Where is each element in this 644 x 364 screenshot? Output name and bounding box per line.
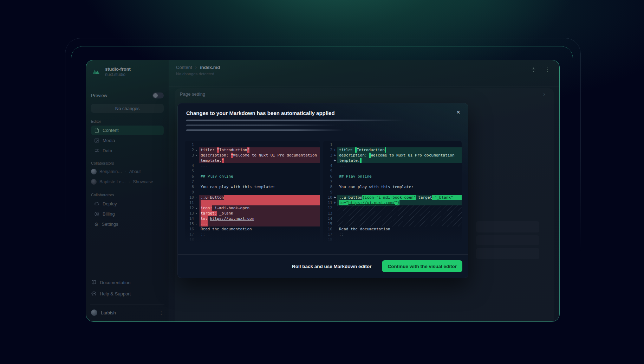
line-number: 8 (323, 184, 332, 190)
code-line: template." (199, 158, 320, 163)
diff-marker (194, 179, 199, 184)
file-text-icon (94, 128, 99, 133)
code-line (199, 179, 320, 184)
code-line: ## Play online (199, 174, 320, 179)
code-line: title: "Introduction" (199, 147, 320, 153)
sidebar-item-deploy[interactable]: Deploy (91, 199, 164, 209)
diff-row: -template." (185, 158, 320, 163)
rollback-button[interactable]: Roll back and use Markdown editor (292, 264, 372, 269)
diff-marker: - (194, 205, 199, 211)
kebab-menu-icon[interactable]: ⋮ (545, 66, 550, 73)
code-line: --- (199, 200, 320, 205)
sidebar-item-documentation[interactable]: Documentation (91, 278, 164, 287)
collaborators-section-label: Collaborators (91, 161, 164, 165)
diff-marker (332, 163, 337, 168)
diff-row: 17:: (323, 232, 462, 237)
book-open-icon (91, 280, 97, 285)
sidebar-item-media[interactable]: Media (91, 136, 164, 145)
code-token-filla (453, 195, 462, 200)
line-number: 10 (185, 195, 194, 200)
sidebar-item-help-support[interactable]: Help & Support (91, 289, 164, 298)
diff-marker (194, 226, 199, 232)
line-number: 7 (323, 179, 332, 184)
header-actions: ⋮ (531, 66, 550, 73)
diff-row: 12 (323, 205, 462, 211)
sidebar-divider (90, 304, 164, 305)
collapse-panel-icon[interactable] (531, 67, 536, 73)
avatar (91, 169, 97, 174)
line-number (185, 158, 194, 163)
collaborator-row[interactable]: Benjamin… · About (91, 167, 164, 176)
modal-title: Changes to your Markdown has been automa… (186, 110, 335, 116)
breadcrumb-section[interactable]: Content (176, 65, 192, 70)
code-token: title: (201, 147, 217, 153)
sliders-icon (94, 148, 99, 153)
diff-marker: - (194, 221, 199, 226)
diff-row: 2+title: Introduction (323, 147, 462, 153)
collaborator-row[interactable]: Baptiste Le… · Showcase (91, 178, 164, 186)
project-name: studio-front (105, 66, 131, 72)
line-number: 15 (185, 221, 194, 226)
code-token: Welcome to Nuxt UI Pro documentation (371, 153, 454, 158)
code-token-hld: --- (201, 221, 208, 226)
line-number: 5 (323, 168, 332, 174)
sidebar-item-settings[interactable]: ⚙ Settings (91, 219, 164, 229)
line-number: 18 (323, 237, 332, 242)
code-line: description: "Welcome to Nuxt UI Pro doc… (199, 153, 320, 158)
diff-marker (194, 232, 199, 237)
code-line: title: Introduction (337, 147, 462, 153)
diff-row: 1--- (185, 142, 320, 147)
line-number: 15 (323, 221, 332, 226)
code-token-link: https://ui.nuxt.com (210, 216, 254, 221)
diff-row: 4--- (323, 163, 462, 168)
code-token-head: ## Play online (339, 174, 372, 179)
code-token-hld: icon: (201, 205, 212, 211)
sidebar-item-content[interactable]: Content (91, 126, 164, 135)
code-token: Introduction (219, 147, 247, 153)
sidebar-item-label: Billing (103, 211, 115, 217)
diff-marker: - (194, 211, 199, 216)
diff-marker (332, 242, 337, 244)
sidebar-item-billing[interactable]: Billing (91, 209, 164, 219)
chevron-right-icon[interactable]: › (543, 91, 545, 98)
line-number (323, 158, 332, 163)
editor-section-label: Editor (91, 119, 164, 123)
line-number: 16 (323, 226, 332, 232)
page-setting-label: Page setting (180, 91, 205, 97)
code-token-linkd: https://ui.nuxt.com/ (349, 200, 395, 205)
code-token-dim: --- (201, 142, 208, 147)
kebab-icon[interactable]: ⋮ (159, 310, 164, 315)
skeleton-line (186, 120, 404, 121)
diff-row: 8You can play with this template: (323, 184, 462, 190)
line-number: 9 (185, 190, 194, 195)
user-menu[interactable]: Larbish ⋮ (91, 308, 164, 317)
line-number: 4 (185, 163, 194, 168)
code-line: You can play with this template: (199, 184, 320, 190)
line-number: 17 (185, 232, 194, 237)
diff-marker (332, 237, 337, 242)
sidebar-item-label: Media (103, 138, 115, 143)
diff-row: 14 (323, 216, 462, 221)
code-token-hld: --- (201, 200, 208, 205)
diff-row: 13 (323, 211, 462, 216)
line-number: 2 (323, 147, 332, 153)
modal-footer: Roll back and use Markdown editor Contin… (178, 254, 468, 278)
project-header[interactable]: studio-front nuxt.studio (91, 66, 164, 78)
preview-toggle[interactable] (152, 92, 164, 98)
diff-pane-removed[interactable]: 1---2-title: "Introduction"3-description… (185, 141, 320, 244)
diff-row: 15---- (185, 221, 320, 226)
code-token: title: (339, 147, 355, 153)
diff-pane-added[interactable]: 1---2+title: Introduction3+description: … (323, 141, 462, 244)
toggle-knob (153, 93, 158, 98)
sidebar-item-data[interactable]: Data (91, 146, 164, 155)
no-changes-button[interactable]: No changes (91, 104, 164, 113)
sidebar-item-label: Content (103, 128, 119, 133)
continue-button[interactable]: Continue with the visual editor (382, 260, 462, 272)
code-line: --- (337, 142, 462, 147)
code-token-dim: :: (201, 232, 205, 237)
line-number: 16 (185, 226, 194, 232)
header-divider (169, 87, 559, 87)
breadcrumb-file[interactable]: index.md (200, 65, 220, 70)
code-token: template. (201, 158, 222, 163)
close-icon[interactable]: × (456, 108, 460, 116)
